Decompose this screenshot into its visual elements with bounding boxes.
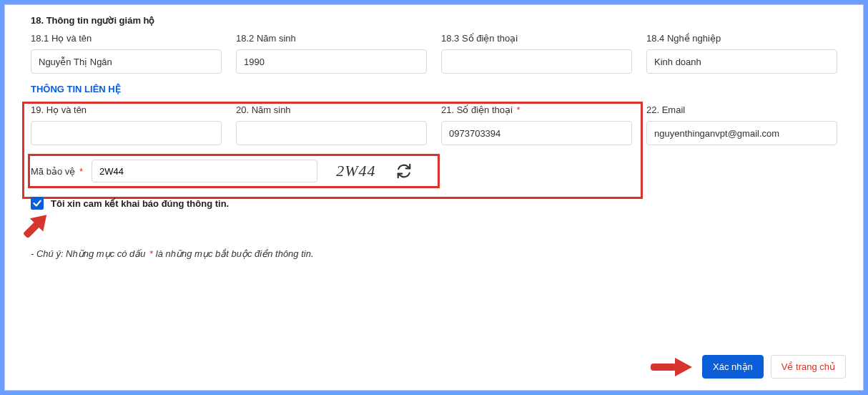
field-22: 22. Email xyxy=(646,104,837,145)
form-panel: 18. Thông tin người giám hộ 18.1 Họ và t… xyxy=(4,4,864,391)
arrow-annotation-confirm xyxy=(649,356,694,378)
label-18-3: 18.3 Số điện thoại xyxy=(441,33,632,44)
note-text: - Chú ý: Những mục có dấu * là những mục… xyxy=(31,248,837,259)
label-18-2: 18.2 Năm sinh xyxy=(236,33,427,44)
check-icon xyxy=(32,198,42,208)
button-bar: Xác nhận Về trang chủ xyxy=(649,355,846,379)
contact-row: 19. Họ và tên 20. Năm sinh 21. Số điện t… xyxy=(31,104,837,145)
captcha-image: 2W44 xyxy=(326,162,386,180)
svg-marker-1 xyxy=(30,208,54,232)
label-20: 20. Năm sinh xyxy=(236,104,427,115)
input-18-1[interactable] xyxy=(31,49,222,74)
captcha-input[interactable] xyxy=(92,160,317,182)
section18-title: 18. Thông tin người giám hộ xyxy=(31,15,846,26)
field-20: 20. Năm sinh xyxy=(236,104,427,145)
arrow-annotation-checkbox xyxy=(11,203,59,251)
svg-rect-2 xyxy=(651,364,676,371)
refresh-captcha-icon[interactable] xyxy=(395,162,413,180)
svg-marker-3 xyxy=(675,358,692,376)
svg-rect-0 xyxy=(23,221,40,238)
field-18-1: 18.1 Họ và tên xyxy=(31,33,222,74)
field-18-4: 18.4 Nghề nghiệp xyxy=(646,33,837,74)
confirm-button[interactable]: Xác nhận xyxy=(702,355,764,379)
captcha-section: Mã bảo vệ * 2W44 xyxy=(31,160,433,182)
field-21: 21. Số điện thoại * xyxy=(441,104,632,145)
input-21[interactable] xyxy=(441,121,632,145)
commitment-checkbox[interactable] xyxy=(31,197,44,210)
contact-title: THÔNG TIN LIÊN HỆ xyxy=(31,84,846,94)
section18-row: 18.1 Họ và tên 18.2 Năm sinh 18.3 Số điệ… xyxy=(31,33,837,74)
label-18-4: 18.4 Nghề nghiệp xyxy=(646,33,837,44)
field-19: 19. Họ và tên xyxy=(31,104,222,145)
input-18-2[interactable] xyxy=(236,49,427,74)
label-21: 21. Số điện thoại * xyxy=(441,104,632,115)
field-18-3: 18.3 Số điện thoại xyxy=(441,33,632,74)
contact-section: THÔNG TIN LIÊN HỆ 19. Họ và tên 20. Năm … xyxy=(22,84,846,145)
home-button[interactable]: Về trang chủ xyxy=(771,355,846,379)
label-22: 22. Email xyxy=(646,104,837,115)
captcha-label: Mã bảo vệ * xyxy=(31,166,83,177)
input-19[interactable] xyxy=(31,121,222,145)
captcha-row: Mã bảo vệ * 2W44 xyxy=(31,160,433,182)
label-19: 19. Họ và tên xyxy=(31,104,222,115)
input-18-4[interactable] xyxy=(646,49,837,74)
label-18-1: 18.1 Họ và tên xyxy=(31,33,222,44)
commitment-text: Tôi xin cam kết khai báo đúng thông tin. xyxy=(51,198,229,209)
input-20[interactable] xyxy=(236,121,427,145)
input-22[interactable] xyxy=(646,121,837,145)
commitment-row: Tôi xin cam kết khai báo đúng thông tin. xyxy=(31,197,837,210)
input-18-3[interactable] xyxy=(441,49,632,74)
field-18-2: 18.2 Năm sinh xyxy=(236,33,427,74)
